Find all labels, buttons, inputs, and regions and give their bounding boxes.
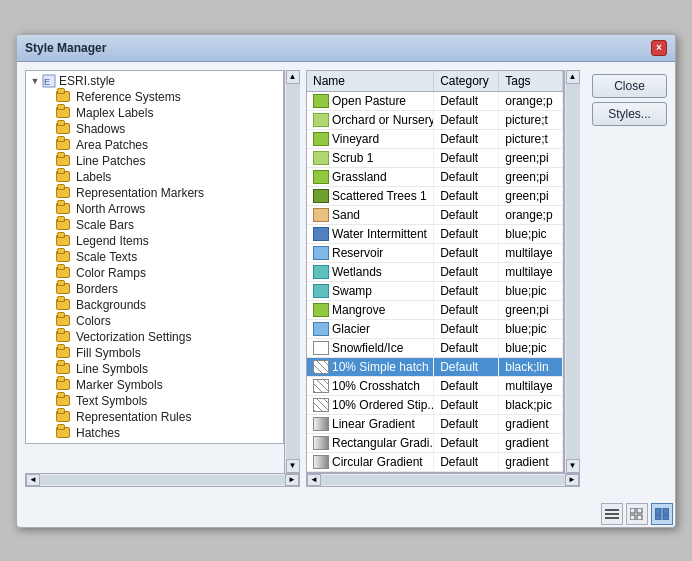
tree-item[interactable]: Shadows	[28, 121, 281, 137]
tree-item[interactable]: Borders	[28, 281, 281, 297]
tree-item[interactable]: Hatches	[28, 425, 281, 441]
table-scroll-up[interactable]: ▲	[566, 70, 580, 84]
tree-item[interactable]: Vectorization Settings	[28, 329, 281, 345]
item-expand	[44, 268, 54, 278]
tree-item[interactable]: Line Symbols	[28, 361, 281, 377]
styles-button[interactable]: Styles...	[592, 102, 667, 126]
tree-item[interactable]: Scale Bars	[28, 217, 281, 233]
scroll-down-arrow[interactable]: ▼	[286, 459, 300, 473]
row-tags: gradient	[499, 452, 563, 471]
row-name: Water Intermittent	[307, 224, 434, 243]
table-row[interactable]: Scattered Trees 1 Default green;pi	[307, 186, 563, 205]
tree-hscroll[interactable]: ◄ ►	[25, 473, 300, 487]
row-tags: multilaye	[499, 376, 563, 395]
tree-item-label: Scale Bars	[76, 218, 134, 232]
close-button[interactable]: Close	[592, 74, 667, 98]
table-row[interactable]: 10% Ordered Stip... Default black;pic	[307, 395, 563, 414]
tree-item[interactable]: North Arrows	[28, 201, 281, 217]
list-view-button[interactable]	[601, 503, 623, 525]
table-row[interactable]: Glacier Default blue;pic	[307, 319, 563, 338]
scroll-thumb[interactable]	[286, 84, 300, 459]
tree-item[interactable]: Backgrounds	[28, 297, 281, 313]
tree-item[interactable]: Text Symbols	[28, 393, 281, 409]
table-row[interactable]: 10% Simple hatch Default black;lin	[307, 357, 563, 376]
tree-item-label: Representation Markers	[76, 186, 204, 200]
table-scroll-thumb[interactable]	[566, 84, 580, 459]
symbol-icon	[313, 436, 329, 450]
table-row[interactable]: Vineyard Default picture;t	[307, 129, 563, 148]
table-row[interactable]: Sand Default orange;p	[307, 205, 563, 224]
table-htrack[interactable]	[321, 475, 565, 485]
table-row[interactable]: Linear Gradient Default gradient	[307, 414, 563, 433]
tree-item[interactable]: Fill Symbols	[28, 345, 281, 361]
tree-item[interactable]: Line Patches	[28, 153, 281, 169]
tree-item[interactable]: Maplex Labels	[28, 105, 281, 121]
table-scroll-left[interactable]: ◄	[307, 474, 321, 486]
folder-icon-wrap	[56, 202, 70, 216]
table-row[interactable]: Rectangular Gradi... Default gradient	[307, 433, 563, 452]
tree-root[interactable]: ▼ E ESRI.style	[28, 73, 281, 89]
table-row[interactable]: Swamp Default blue;pic	[307, 281, 563, 300]
col-name[interactable]: Name	[307, 71, 434, 92]
row-name: Scattered Trees 1	[307, 186, 434, 205]
item-expand	[44, 92, 54, 102]
table-row[interactable]: Mangrove Default green;pi	[307, 300, 563, 319]
tree-item-label: Reference Systems	[76, 90, 181, 104]
tree-item[interactable]: Representation Rules	[28, 409, 281, 425]
tree-htrack[interactable]	[40, 475, 285, 485]
table-row[interactable]: Grassland Default green;pi	[307, 167, 563, 186]
folder-icon-wrap	[56, 90, 70, 104]
folder-icon-wrap	[56, 378, 70, 392]
folder-icon-wrap	[56, 138, 70, 152]
table-row[interactable]: 10% Crosshatch Default multilaye	[307, 376, 563, 395]
table-row[interactable]: Circular Gradient Default gradient	[307, 452, 563, 471]
tree-container[interactable]: ▼ E ESRI.style Reference Systems Maplex …	[25, 70, 284, 444]
folder-icon-wrap	[56, 250, 70, 264]
folder-icon-wrap	[56, 106, 70, 120]
symbol-icon	[313, 341, 329, 355]
tree-item[interactable]: Marker Symbols	[28, 377, 281, 393]
scroll-up-arrow[interactable]: ▲	[286, 70, 300, 84]
tree-item[interactable]: Reference Systems	[28, 89, 281, 105]
svg-rect-10	[663, 508, 669, 514]
table-container[interactable]: Name Category Tags Open Pasture Default …	[306, 70, 564, 473]
table-row[interactable]: Wetlands Default multilaye	[307, 262, 563, 281]
tree-vscroll[interactable]: ▲ ▼	[284, 70, 300, 473]
tree-item[interactable]: Legend Items	[28, 233, 281, 249]
symbol-icon	[313, 208, 329, 222]
item-expand	[44, 300, 54, 310]
esri-icon: E	[42, 74, 56, 88]
window-close-button[interactable]: ×	[651, 40, 667, 56]
table-row[interactable]: Orchard or Nursery Default picture;t	[307, 110, 563, 129]
table-row[interactable]: Scrub 1 Default green;pi	[307, 148, 563, 167]
row-name: 10% Ordered Stip...	[307, 395, 434, 414]
table-hscroll[interactable]: ◄ ►	[306, 473, 580, 487]
item-expand	[44, 140, 54, 150]
row-tags: green;pi	[499, 167, 563, 186]
table-scroll-right[interactable]: ►	[565, 474, 579, 486]
col-tags[interactable]: Tags	[499, 71, 563, 92]
tree-item[interactable]: Labels	[28, 169, 281, 185]
tree-item[interactable]: Area Patches	[28, 137, 281, 153]
grid-view-button[interactable]	[626, 503, 648, 525]
table-vscroll[interactable]: ▲ ▼	[564, 70, 580, 473]
symbol-icon	[313, 246, 329, 260]
tree-item[interactable]: Representation Markers	[28, 185, 281, 201]
table-row[interactable]: Snowfield/Ice Default blue;pic	[307, 338, 563, 357]
tree-item[interactable]: Colors	[28, 313, 281, 329]
tree-item[interactable]: Scale Texts	[28, 249, 281, 265]
table-scroll-down[interactable]: ▼	[566, 459, 580, 473]
svg-rect-7	[630, 515, 635, 520]
tree-scroll-right[interactable]: ►	[285, 474, 299, 486]
tree-item-label: Text Symbols	[76, 394, 147, 408]
table-row[interactable]: Reservoir Default multilaye	[307, 243, 563, 262]
table-row[interactable]: Open Pasture Default orange;p	[307, 91, 563, 110]
large-grid-view-button[interactable]	[651, 503, 673, 525]
table-row[interactable]: Water Intermittent Default blue;pic	[307, 224, 563, 243]
tree-scroll-left[interactable]: ◄	[26, 474, 40, 486]
tree-item-label: Line Symbols	[76, 362, 148, 376]
col-category[interactable]: Category	[434, 71, 499, 92]
name-label: Wetlands	[332, 265, 382, 279]
row-category: Default	[434, 433, 499, 452]
tree-item[interactable]: Color Ramps	[28, 265, 281, 281]
